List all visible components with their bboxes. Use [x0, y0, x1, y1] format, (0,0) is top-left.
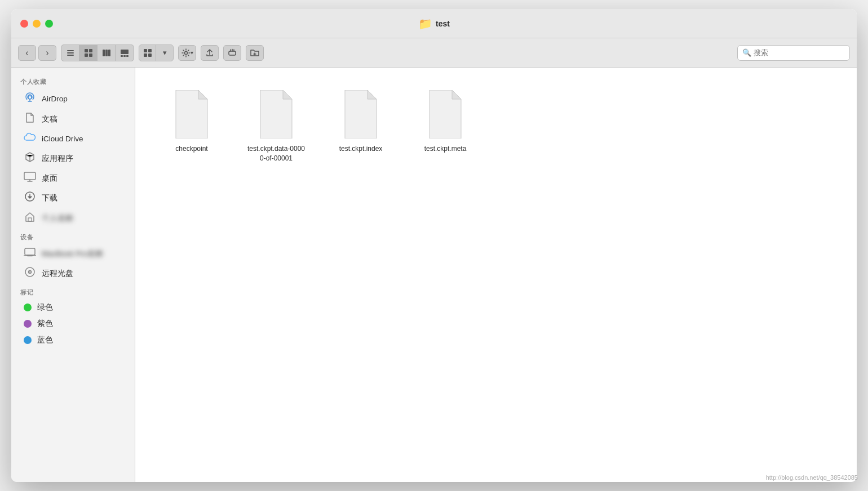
file-name-ckpt-index: test.ckpt.index — [339, 144, 383, 154]
maximize-button[interactable] — [45, 20, 53, 28]
file-area: checkpoint test.ckpt.data-00000-of-00001 — [135, 68, 857, 482]
sidebar-label-home: 个人名称 — [42, 213, 73, 224]
svg-rect-6 — [89, 53, 92, 57]
title-bar: 📁 test — [11, 9, 857, 38]
settings-button[interactable]: ▾ — [178, 45, 196, 61]
forward-icon: › — [46, 48, 48, 58]
sidebar: 个人收藏 AirDrop — [11, 68, 135, 482]
file-item-ckpt-data[interactable]: test.ckpt.data-00000-of-00001 — [242, 84, 310, 168]
airdrop-icon — [24, 92, 36, 106]
file-name-checkpoint: checkpoint — [175, 144, 207, 154]
sidebar-label-icloud: iCloud Drive — [42, 135, 83, 143]
watermark: http://blog.csdn.net/qq_38542085 — [766, 474, 858, 481]
svg-rect-9 — [108, 50, 110, 56]
search-icon: 🔍 — [742, 48, 751, 57]
title-folder-icon: 📁 — [418, 17, 432, 30]
new-folder-icon — [250, 48, 259, 57]
sidebar-item-airdrop[interactable]: AirDrop — [15, 89, 131, 109]
sidebar-item-downloads[interactable]: 下载 — [15, 188, 131, 208]
section-title-favorites: 个人收藏 — [11, 73, 135, 88]
sidebar-label-green: 绿色 — [37, 302, 53, 313]
sidebar-item-apps[interactable]: 应用程序 — [15, 149, 131, 168]
sidebar-item-home[interactable]: 个人名称 — [15, 208, 131, 228]
cloud-icon — [24, 132, 36, 145]
window-controls — [20, 20, 53, 28]
desktop-icon — [24, 172, 36, 185]
sidebar-item-documents[interactable]: 文稿 — [15, 109, 131, 129]
svg-point-25 — [28, 96, 32, 99]
group-icon — [143, 48, 152, 57]
view-gallery-btn[interactable] — [116, 45, 134, 61]
sidebar-item-desktop[interactable]: 桌面 — [15, 169, 131, 188]
files-grid: checkpoint test.ckpt.data-00000-of-00001 — [158, 84, 834, 168]
title-label: test — [436, 19, 450, 28]
gallery-view-icon — [120, 48, 129, 57]
back-icon: ‹ — [25, 48, 28, 58]
file-item-ckpt-index[interactable]: test.ckpt.index — [327, 84, 395, 168]
minimize-button[interactable] — [33, 20, 41, 28]
svg-rect-5 — [85, 53, 88, 57]
svg-rect-26 — [24, 172, 36, 180]
view-list-btn[interactable] — [61, 45, 79, 61]
purple-dot — [24, 320, 32, 328]
sidebar-label-documents: 文稿 — [42, 114, 57, 124]
forward-button[interactable]: › — [38, 45, 56, 61]
list-view-icon — [66, 48, 75, 57]
toolbar: ‹ › — [11, 38, 857, 68]
sidebar-item-dvd[interactable]: 远程光盘 — [15, 264, 131, 283]
back-button[interactable]: ‹ — [18, 45, 36, 61]
finder-window: 📁 test ‹ › — [11, 9, 857, 482]
file-item-checkpoint[interactable]: checkpoint — [158, 84, 225, 168]
search-input[interactable] — [754, 48, 838, 57]
sidebar-label-downloads: 下载 — [42, 193, 57, 203]
sidebar-label-blue: 蓝色 — [37, 335, 53, 345]
svg-rect-17 — [148, 53, 152, 57]
view-icon-btn[interactable] — [79, 45, 98, 61]
sidebar-item-purple[interactable]: 紫色 — [15, 316, 131, 332]
sidebar-label-macbook: MacBook Pro名称 — [42, 249, 103, 259]
new-folder-button[interactable] — [246, 45, 264, 61]
sidebar-label-apps: 应用程序 — [42, 154, 73, 164]
svg-rect-28 — [28, 218, 32, 221]
svg-rect-19 — [229, 51, 236, 55]
svg-rect-16 — [144, 53, 147, 57]
svg-rect-14 — [144, 49, 147, 52]
nav-group: ‹ › — [18, 45, 56, 61]
svg-point-18 — [184, 51, 187, 54]
sidebar-label-dvd: 远程光盘 — [42, 269, 73, 279]
section-title-devices: 设备 — [11, 229, 135, 244]
svg-rect-10 — [121, 50, 129, 54]
svg-rect-0 — [67, 50, 74, 51]
view-column-btn[interactable] — [98, 45, 116, 61]
view-mode-group — [61, 44, 134, 61]
file-icon-ckpt-meta — [423, 89, 468, 140]
file-icon-checkpoint — [169, 89, 214, 140]
group-chevron-btn[interactable]: ▾ — [156, 45, 173, 61]
file-item-ckpt-meta[interactable]: test.ckpt.meta — [411, 84, 479, 168]
share-button[interactable] — [201, 45, 219, 61]
download-icon — [24, 191, 36, 205]
sidebar-item-green[interactable]: 绿色 — [15, 300, 131, 315]
main-area: 个人收藏 AirDrop — [11, 68, 857, 482]
column-view-icon — [102, 48, 111, 57]
apps-icon — [24, 151, 36, 166]
home-icon — [24, 211, 36, 225]
tag-button[interactable] — [223, 45, 241, 61]
disc-icon — [24, 266, 36, 280]
sidebar-item-blue[interactable]: 蓝色 — [15, 332, 131, 348]
group-by-btn[interactable] — [139, 45, 156, 61]
close-button[interactable] — [20, 20, 28, 28]
svg-rect-7 — [103, 50, 105, 56]
blue-dot — [24, 336, 32, 344]
svg-rect-3 — [85, 49, 88, 52]
svg-rect-4 — [89, 49, 92, 52]
section-title-tags: 标记 — [11, 284, 135, 299]
tag-icon — [228, 48, 237, 57]
green-dot — [24, 303, 32, 311]
sidebar-item-icloud[interactable]: iCloud Drive — [15, 130, 131, 148]
search-box[interactable]: 🔍 — [737, 45, 850, 61]
sidebar-label-airdrop: AirDrop — [42, 95, 68, 103]
svg-rect-11 — [121, 55, 123, 57]
svg-rect-8 — [105, 50, 108, 56]
sidebar-item-macbook[interactable]: MacBook Pro名称 — [15, 244, 131, 263]
